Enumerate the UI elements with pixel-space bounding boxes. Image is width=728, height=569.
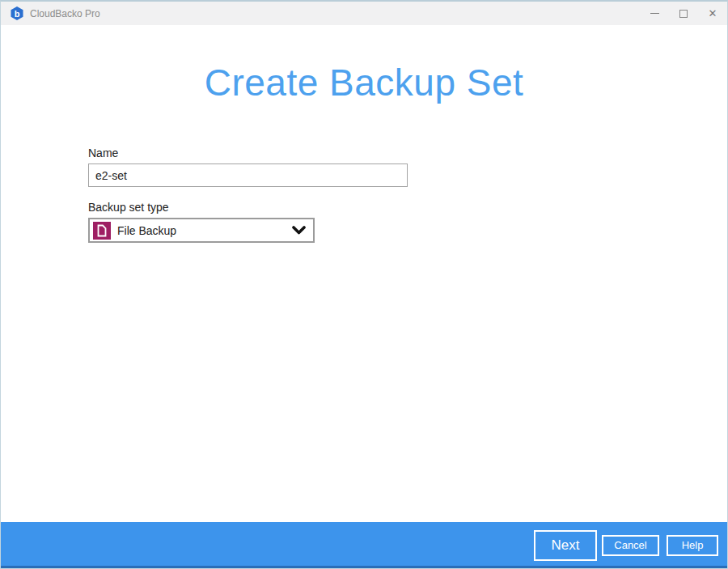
cancel-button[interactable]: Cancel: [602, 535, 659, 556]
backup-set-type-value: File Backup: [117, 224, 292, 237]
window-title: CloudBacko Pro: [30, 8, 640, 19]
chevron-down-icon: [292, 226, 306, 236]
file-backup-icon: [93, 222, 111, 240]
minimize-icon: [650, 13, 659, 14]
maximize-button[interactable]: [669, 2, 698, 25]
backup-set-type-dropdown[interactable]: File Backup: [88, 218, 315, 243]
name-label: Name: [88, 146, 408, 159]
name-input[interactable]: [88, 163, 408, 187]
app-window: b CloudBacko Pro ✕ Create Backup Set Nam…: [0, 0, 728, 569]
minimize-button[interactable]: [640, 2, 669, 25]
page-title: Create Backup Set: [1, 61, 727, 104]
backup-set-form: Name Backup set type File Backup: [88, 146, 408, 243]
app-logo-icon: b: [11, 6, 23, 20]
next-button[interactable]: Next: [534, 530, 597, 561]
app-logo-letter: b: [15, 9, 20, 19]
main-content: Create Backup Set Name Backup set type F…: [1, 25, 727, 522]
footer-bar: Next Cancel Help: [1, 522, 727, 568]
maximize-icon: [679, 10, 688, 18]
close-icon: ✕: [709, 7, 717, 19]
backup-set-type-label: Backup set type: [88, 201, 408, 214]
help-button[interactable]: Help: [667, 535, 718, 556]
close-button[interactable]: ✕: [698, 2, 727, 25]
titlebar: b CloudBacko Pro ✕: [1, 2, 727, 25]
